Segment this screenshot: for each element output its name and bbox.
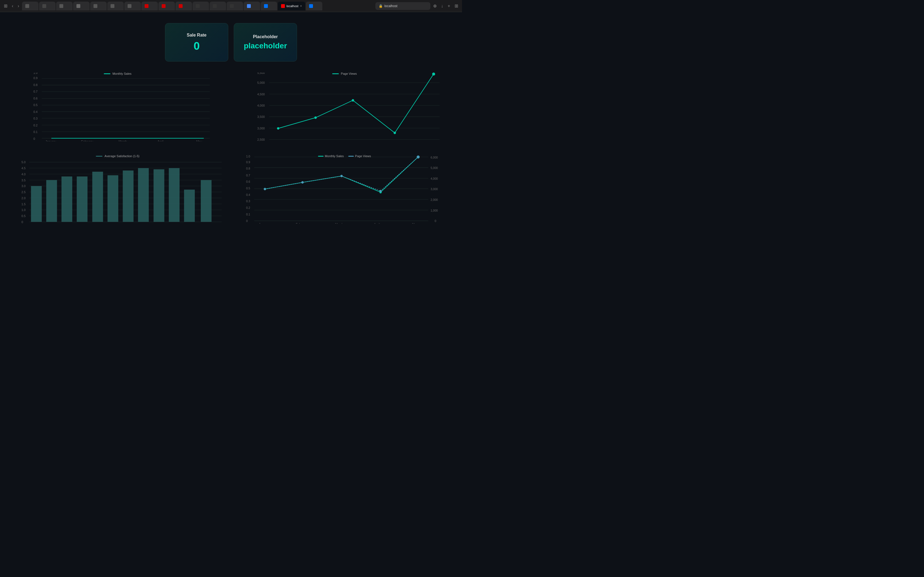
combo-y-l09: 0.9 [246,160,250,164]
combo-dot-views-feb [301,181,304,184]
tab-notion[interactable] [22,2,39,10]
tab-icon-yt1 [145,4,149,8]
address-bar[interactable]: 🔒 localhost [375,2,430,10]
tab-icon-dl2 [76,4,80,8]
combo-y-l08: 0.8 [246,167,250,170]
forward-button[interactable]: › [16,3,21,9]
chart-avg-satisfaction: Average Satisfaction (1-5) 0 0.5 1.0 1.5… [5,152,229,232]
combo-y-l05: 0.5 [246,187,250,190]
combo-y-l04: 0.4 [246,193,250,197]
combo-y-r3k: 3,000 [431,187,438,191]
combo-svg: 0 0.1 0.2 0.3 0.4 0.5 0.6 0.7 0.8 0.9 1.… [246,155,443,224]
tab-localhost[interactable]: localhost × [278,2,305,10]
y-label-4500: 4,500 [257,93,265,96]
bar-sep [153,169,164,222]
combo-dot-views-apr [380,190,382,192]
chart-monthly-sales-legend: Monthly Sales [104,72,131,75]
tab-icon-yt2 [162,4,166,8]
charts-grid: Monthly Sales 0 0.1 0.2 0.3 0.4 0.5 0.6 … [5,70,457,232]
tab-arrow1[interactable] [56,2,73,10]
tab-g1[interactable] [107,2,124,10]
y-label-03: 0.3 [33,117,37,120]
tab-icon-l1 [264,4,268,8]
tab-icon-x [196,4,200,8]
bar-aug [138,168,149,222]
tab-icon-g2 [128,4,131,8]
tab-label-localhost: localhost [286,5,298,8]
y-label-06: 0.6 [33,97,37,100]
x-label-jan: January [45,140,56,141]
combo-y-r5k: 5,000 [431,166,438,169]
tab-dl2[interactable] [73,2,90,10]
tab-dl1[interactable] [39,2,55,10]
sat-y-15: 1.5 [21,203,26,206]
legend-label-monthly-sales: Monthly Sales [113,72,131,75]
chart-combo: Monthly Sales Page Views 0 0.1 0.2 0.3 0… [233,152,457,232]
combo-y-r4k: 4,000 [431,177,438,180]
sat-y-0: 0 [21,220,23,224]
tab-l1[interactable] [261,2,277,10]
kpi-card-sale-rate: Sale Rate 0 [165,23,228,61]
combo-legend-sales-line [318,156,323,156]
combo-legend-views-label: Page Views [355,155,371,158]
tab-yt3[interactable] [176,2,192,10]
y-label-3000: 3,000 [257,127,265,130]
tab-g2[interactable] [124,2,141,10]
sat-y-10: 1.0 [21,208,26,211]
tab-icon-l2 [309,4,313,8]
tab-yt2[interactable] [158,2,175,10]
dot-apr [394,132,396,134]
y-label-07: 0.7 [33,90,37,93]
tab-l2[interactable] [306,2,322,10]
dot-may [432,73,435,76]
bar-mar [61,176,72,222]
new-tab-button[interactable]: + [446,3,452,9]
combo-dot-views-may [417,156,420,158]
tab-yt1[interactable] [141,2,158,10]
tab-x[interactable] [192,2,209,10]
y-label-10: 1.0 [33,73,37,74]
tab-gh1[interactable] [210,2,226,10]
tab-icon-yt3 [179,4,183,8]
sidebar-toggle[interactable]: ⊞ [2,3,9,9]
kpi-value-sale-rate: 0 [194,40,200,52]
combo-y-l03: 0.3 [246,200,250,203]
combo-y-l07: 0.7 [246,174,250,177]
sat-y-25: 2.5 [21,190,26,194]
sat-y-30: 3.0 [21,184,26,188]
combo-y-l06: 0.6 [246,180,250,183]
kpi-value-placeholder: placeholder [244,42,287,50]
sat-y-35: 3.5 [21,179,26,182]
combo-y-r0: 0 [435,219,436,222]
browser-chrome: ⊞ ‹ › [0,0,462,12]
tab-icon-gh2 [230,4,234,8]
main-content: Sale Rate 0 Placeholder placeholder Mont… [0,12,462,288]
combo-x-may: May [412,222,418,224]
combo-x-mar: March [335,222,343,224]
combo-x-apr: April [374,222,380,224]
legend-line-satisfaction [96,156,102,156]
combo-x-jan: January [259,222,269,224]
address-text: localhost [384,4,397,8]
tab-icon-google [247,4,251,8]
tab-arrow2[interactable] [90,2,107,10]
bookmark-button[interactable]: ⊕ [431,3,438,9]
extensions-button[interactable]: ⊞ [453,3,460,9]
sat-y-40: 4.0 [21,172,26,176]
tab-gh2[interactable] [226,2,243,10]
bar-feb [46,180,57,222]
bar-dec [201,180,212,222]
tab-google[interactable] [244,2,260,10]
tab-icon-localhost [281,4,285,8]
combo-legend: Monthly Sales Page Views [318,155,371,158]
lock-icon: 🔒 [379,4,383,8]
y-label-01: 0.1 [33,130,37,134]
sat-y-45: 4.5 [21,166,26,170]
combo-dot-views-mar [341,175,342,177]
y-label-04: 0.4 [33,110,37,113]
back-button[interactable]: ‹ [10,3,15,9]
downloads-button[interactable]: ↓ [439,3,445,9]
combo-legend-sales-label: Monthly Sales [325,155,344,158]
tab-close-localhost[interactable]: × [300,4,302,8]
y-label-09: 0.9 [33,76,37,80]
